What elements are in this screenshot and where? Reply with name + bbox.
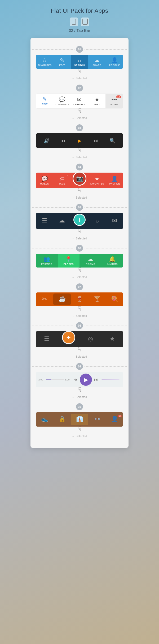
tab7-coffee[interactable]: ☕ [53,293,71,305]
plus-center-btn[interactable]: + [62,331,75,344]
camera-btn[interactable]: 📷 [73,173,86,186]
tabbar-4[interactable]: 💬 WALLS 🏷 TAGS 2 📷 ★ FAVORITES 👤 PROFILE [36,173,123,188]
list8-icon: ☰ [44,336,49,342]
tab7-wine[interactable]: 🍷 [71,293,88,305]
edit-icon: ✎ [60,58,64,63]
tab3-search[interactable]: 🔍 [104,135,121,146]
svg-point-1 [74,24,74,24]
cloud5-icon: ☁ [59,218,65,224]
tab-edit[interactable]: ✎ Edit [53,55,71,69]
phone-icon [70,17,78,26]
tab10-person[interactable]: 10 👤 [106,414,123,425]
search5-icon: ⌕ [95,218,99,224]
tab2-edit[interactable]: ✎ Edit [36,94,54,108]
tab8-list[interactable]: ☰ [36,333,58,345]
section-4: 04 💬 WALLS 🏷 TAGS 2 📷 ★ FAVORITES [30,161,129,199]
tab10-shoe[interactable]: 👟 [36,414,53,425]
tab-profile-label: Profile [109,64,120,67]
tab2-contact[interactable]: ✉ Contact [71,94,88,108]
tab4-profile[interactable]: 👤 PROFILE [106,173,123,187]
tab2-comments[interactable]: 💬 Comments [54,94,71,108]
tab3-prev[interactable]: ⏮ [55,135,71,146]
tab10-lock[interactable]: 🔒 [53,414,71,425]
person10-icon: 👤 [111,416,118,422]
tabbar-8[interactable]: ☰ + ◎ ★ [36,331,123,347]
tab5-cloud[interactable]: ☁ [53,215,71,227]
tab8-add[interactable]: + [58,332,80,346]
tabbar-7[interactable]: ✂ ☕ 🍷 🍸 🍭 [36,292,123,306]
step-3: 03 [76,124,83,131]
tab8-target[interactable]: ◎ [80,333,101,345]
main-card: 01 ☆ Favorites ✎ Edit ⌕ Search ☁ Share 👤 [30,38,129,448]
tab10-glasses[interactable]: 👓 [88,414,106,425]
tab4-walls-label: WALLS [40,182,49,185]
tab-favorites-label: Favorites [37,64,51,67]
walls-icon: 💬 [41,176,48,181]
tab2-add[interactable]: ★ Add [88,94,106,108]
add-center-btn[interactable]: + [73,214,86,226]
tab3-next[interactable]: ⏭ [88,135,104,146]
tab7-cocktail[interactable]: 🍸 [88,293,106,305]
tab2-more[interactable]: 10 ••• More [105,94,123,108]
tab6-places[interactable]: 📍 PLACES [58,254,80,268]
favorites4-icon: ★ [95,176,99,181]
more-icon: ••• [112,97,117,102]
cursor-3: ☟ [78,147,81,154]
section-1: 01 ☆ Favorites ✎ Edit ⌕ Search ☁ Share 👤 [30,43,129,80]
tab4-tags-label: TAGS [59,182,65,185]
wine-icon: 🍷 [76,296,83,302]
tab6-alarms[interactable]: 🔔 ALARMS [101,254,123,268]
progress-bar[interactable] [46,379,64,380]
section-3: 03 🔊 ⏮ ▶ ⏭ 🔍 ☟ → Selected [30,122,129,159]
tab3-play[interactable]: ▶ [71,135,88,146]
list-icon: ☰ [42,218,47,224]
tab8-star[interactable]: ★ [101,333,123,345]
section-5: 05 ☰ ☁ + ⌕ ✉ ☟ → Selected [30,201,129,240]
tab6-friends[interactable]: 👥 FRIENDS [36,254,58,268]
tabbar-10[interactable]: 👟 🔒 👔 👓 10 👤 [36,412,123,427]
tab7-cut[interactable]: ✂ [36,293,53,305]
tab10-tie[interactable]: 👔 [71,414,88,425]
step-4: 04 [76,164,83,170]
tabbar-5[interactable]: ☰ ☁ + ⌕ ✉ [36,213,123,229]
profile4-icon: 👤 [111,176,118,181]
selected-9: → Selected [72,395,87,398]
tab-share[interactable]: ☁ Share [88,55,106,69]
step-2: 02 [76,85,83,91]
tab4-tags[interactable]: 🏷 TAGS 2 [53,173,71,187]
tab6-rooms[interactable]: ☁ ROOMS [80,254,101,268]
right-progress [101,379,120,380]
comments-icon: 💬 [59,97,65,102]
tabbar-2[interactable]: ✎ Edit 💬 Comments ✉ Contact ★ Add 10 •••… [36,94,123,108]
section-8: 08 ☰ + ◎ ★ ☟ → Selected [30,319,129,358]
tab5-list[interactable]: ☰ [36,215,53,227]
tabbar-9[interactable]: 2:00 5:00 ⏮ ▶ ⏭ [36,372,123,387]
tabbar-1[interactable]: ☆ Favorites ✎ Edit ⌕ Search ☁ Share 👤 Pr… [36,55,123,69]
tab-edit-label: Edit [59,64,65,67]
candy-icon: 🍭 [111,296,118,302]
tabbar-6[interactable]: 👥 FRIENDS 📍 PLACES ☁ ROOMS 🔔 ALARMS [36,254,123,268]
add-icon: ★ [95,97,99,102]
next-btn[interactable]: ⏭ [93,377,99,382]
tab7-candy[interactable]: 🍭 [106,293,123,305]
section-10: 10 👟 🔒 👔 👓 10 👤 ☟ → Selected [30,401,129,438]
tablet-icon [81,17,89,26]
tab-profile[interactable]: 👤 Profile [106,55,123,69]
tab4-camera[interactable]: 📷 [71,173,88,188]
tab4-favorites[interactable]: ★ FAVORITES [88,173,106,187]
tab3-vol[interactable]: 🔊 [38,135,55,146]
play-btn[interactable]: ▶ [80,374,92,386]
tab6-friends-label: FRIENDS [41,263,52,265]
profile-icon: 👤 [111,58,118,63]
edit2-icon: ✎ [42,97,47,102]
tab5-search[interactable]: ⌕ [88,215,106,227]
tab5-mail[interactable]: ✉ [106,215,123,227]
section-2: 02 ✎ Edit 💬 Comments ✉ Contact ★ Add 10 [30,82,129,120]
tabbar-3[interactable]: 🔊 ⏮ ▶ ⏭ 🔍 [36,133,123,148]
tab4-walls[interactable]: 💬 WALLS [36,173,53,187]
contact-icon: ✉ [77,97,82,102]
tab-favorites[interactable]: ☆ Favorites [36,55,53,69]
prev-btn[interactable]: ⏮ [72,377,79,382]
tab5-add[interactable]: + [71,214,88,228]
tab-search[interactable]: ⌕ Search [71,55,88,69]
